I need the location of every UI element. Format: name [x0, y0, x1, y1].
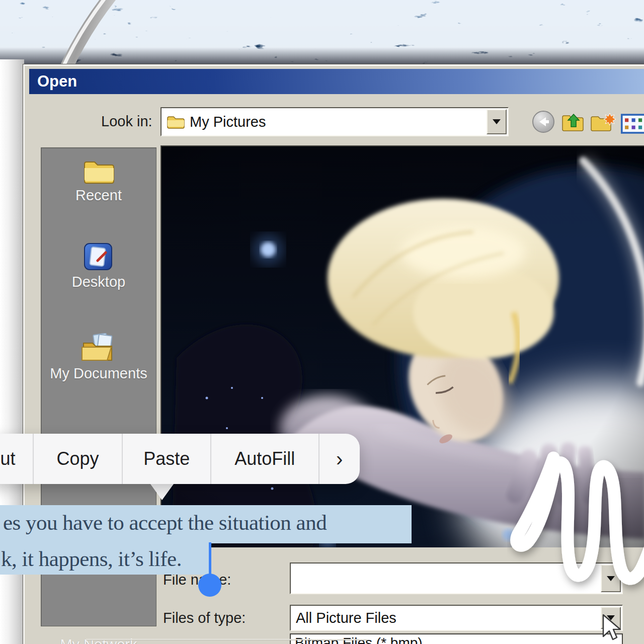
dropdown-arrow-icon: [493, 119, 501, 124]
context-menu-tail: [149, 482, 175, 500]
sidebar-item-label: Recent: [41, 187, 156, 204]
sidebar-item-desktop[interactable]: Desktop: [41, 242, 156, 290]
menu-item-cut[interactable]: ut: [0, 434, 33, 484]
sidebar-item-label: Desktop: [41, 274, 156, 290]
script-w-icon: [507, 442, 644, 598]
look-in-value: My Pictures: [190, 114, 266, 130]
title-bar: Open: [29, 69, 644, 94]
folder-up-icon: [561, 112, 586, 133]
open-folder-documents-icon: [81, 333, 116, 363]
look-in-label: Look in:: [101, 113, 152, 130]
look-in-dropdown-button[interactable]: [487, 109, 507, 134]
menu-item-autofill[interactable]: AutoFill: [211, 434, 318, 484]
sidebar-item-my-documents[interactable]: My Documents: [41, 333, 156, 382]
new-folder-button[interactable]: [590, 111, 616, 135]
folder-icon: [83, 158, 115, 185]
divider: [86, 639, 368, 640]
menu-item-paste[interactable]: Paste: [123, 434, 210, 484]
folder-icon: [167, 114, 185, 129]
menu-item-label: ut: [1, 448, 16, 469]
sidebar-item-label: My Documents: [41, 365, 156, 382]
up-one-level-button[interactable]: [560, 111, 587, 135]
menu-item-label: Paste: [143, 448, 190, 469]
screenshot-root: Open Look in: My Pictures: [0, 0, 644, 644]
back-button[interactable]: [530, 110, 556, 134]
menu-item-label: AutoFill: [234, 448, 295, 469]
chevron-right-icon: ›: [336, 448, 343, 470]
menu-item-more[interactable]: ›: [319, 434, 360, 484]
quote-line-2: k, it happens, it’s life.: [1, 546, 182, 571]
desktop-icon: [84, 242, 114, 272]
quote-line-1: es you have to accept the situation and: [3, 510, 327, 535]
watermark-letter: w: [507, 442, 644, 600]
selection-handle-dot[interactable]: [198, 574, 221, 597]
files-of-type-label: Files of type:: [163, 610, 246, 626]
views-menu-button[interactable]: [621, 112, 644, 136]
menu-item-copy[interactable]: Copy: [34, 434, 122, 484]
window-title: Open: [37, 72, 77, 90]
selection-handle[interactable]: [209, 542, 211, 576]
back-icon: [532, 110, 555, 133]
new-folder-icon: [590, 112, 616, 133]
views-grid-icon: [621, 113, 644, 135]
files-of-type-combobox[interactable]: All Picture Files: [290, 605, 623, 631]
sidebar-item-recent[interactable]: Recent: [41, 158, 156, 204]
mouse-cursor: [602, 614, 624, 643]
files-of-type-value: All Picture Files: [296, 610, 396, 626]
context-menu: ut Copy Paste AutoFill ›: [0, 434, 360, 484]
look-in-combobox[interactable]: My Pictures: [160, 107, 509, 136]
menu-item-label: Copy: [56, 448, 99, 469]
